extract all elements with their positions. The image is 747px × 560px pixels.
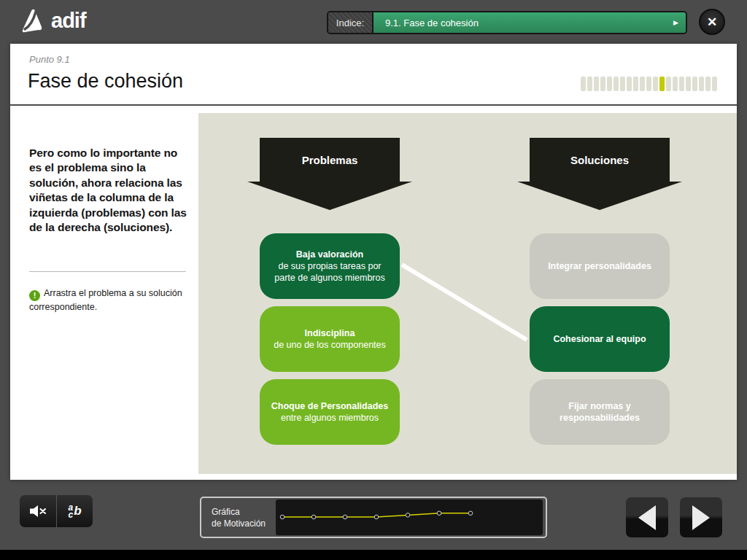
index-current-item-text: 9.1. Fase de cohesión xyxy=(385,18,479,28)
problem-card-choque-personalidades[interactable]: Choque de Personalidades entre algunos m… xyxy=(260,379,400,445)
solutions-banner: Soluciones xyxy=(517,138,682,210)
problem-title: Indisciplina xyxy=(305,327,355,339)
header-divider xyxy=(10,104,737,106)
next-arrow-icon xyxy=(687,503,715,532)
close-button[interactable]: ✕ xyxy=(699,9,725,35)
mute-button[interactable] xyxy=(20,495,56,527)
content-card: Punto 9.1 Fase de cohesión Pero como lo … xyxy=(10,44,737,480)
problems-banner: Problemas xyxy=(247,138,412,210)
problem-subtitle: de uno de los componentes xyxy=(274,339,386,351)
instruction-text: Pero como lo importante no es el problem… xyxy=(29,146,191,236)
previous-button[interactable] xyxy=(626,497,668,537)
solutions-header: Soluciones xyxy=(530,138,670,182)
index-current-item[interactable]: 9.1. Fase de cohesión ▶ xyxy=(374,12,686,33)
muted-speaker-icon xyxy=(28,503,47,519)
instruction-divider xyxy=(29,271,186,272)
chart-panel xyxy=(276,499,543,535)
previous-arrow-icon xyxy=(633,503,661,532)
solution-card-cohesionar-equipo[interactable]: Cohesionar al equipo xyxy=(530,306,670,372)
problems-header: Problemas xyxy=(260,138,400,182)
index-label: Indice: xyxy=(328,12,374,33)
solution-card-integrar-personalidades[interactable]: Integrar personalidades xyxy=(530,233,670,299)
problem-title: Baja valoración xyxy=(296,249,363,260)
media-controls: a c b xyxy=(20,495,93,527)
hint-row: !Arrastra el problema a su solución corr… xyxy=(29,287,191,314)
expand-arrow-icon[interactable]: ▶ xyxy=(673,19,678,26)
adif-logo: adif xyxy=(22,7,86,34)
solution-title: Integrar personalidades xyxy=(548,260,651,272)
letter-c: c xyxy=(68,511,73,518)
logo-text: adif xyxy=(51,10,86,31)
section-kicker: Punto 9.1 xyxy=(29,54,70,65)
bottom-strip xyxy=(0,550,747,560)
problem-card-indisciplina[interactable]: Indisciplina de uno de los componentes xyxy=(260,306,400,372)
close-icon: ✕ xyxy=(707,15,717,30)
hint-text: Arrastra el problema a su solución corre… xyxy=(29,288,182,312)
motivation-chart-widget: Gráfica de Motivación xyxy=(200,497,547,538)
index-dropdown[interactable]: Indice: 9.1. Fase de cohesión ▶ xyxy=(327,11,687,34)
activity-panel: Problemas Soluciones Baja valoración de … xyxy=(198,113,737,474)
solution-title: Fijar normas y responsabilidades xyxy=(540,400,659,424)
application-window: adif Indice: 9.1. Fase de cohesión ▶ ✕ P… xyxy=(0,0,747,560)
chart-label: Gráfica de Motivación xyxy=(212,505,266,529)
letter-b: b xyxy=(74,504,81,518)
topbar: adif Indice: 9.1. Fase de cohesión ▶ ✕ xyxy=(0,0,747,44)
problem-title: Choque de Personalidades xyxy=(271,400,388,412)
adif-logo-icon xyxy=(22,7,47,34)
problem-subtitle: entre algunos miembros xyxy=(281,412,379,424)
solution-card-fijar-normas[interactable]: Fijar normas y responsabilidades xyxy=(530,379,670,445)
page-title: Fase de cohesión xyxy=(28,70,183,93)
subtitles-button[interactable]: a c b xyxy=(56,495,93,527)
text-letters-icon: a c b xyxy=(68,504,81,518)
motivation-line-chart xyxy=(276,499,543,535)
exclamation-icon: ! xyxy=(29,290,40,301)
progress-bar xyxy=(581,77,717,91)
problem-subtitle: de sus propias tareas por parte de algun… xyxy=(270,260,390,284)
next-button[interactable] xyxy=(680,497,722,537)
problem-card-baja-valoracion[interactable]: Baja valoración de sus propias tareas po… xyxy=(260,233,400,299)
solution-title: Cohesionar al equipo xyxy=(553,333,646,345)
